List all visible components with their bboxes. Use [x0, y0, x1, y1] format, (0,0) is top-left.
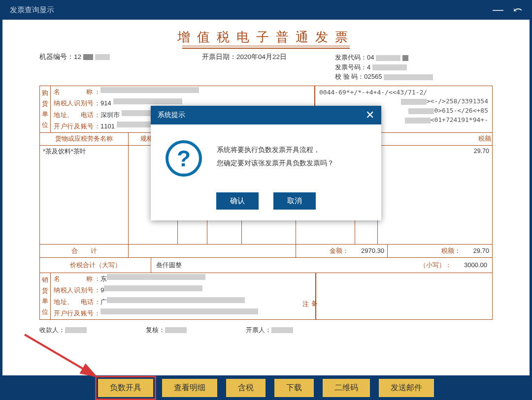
date-label: 开票日期： [202, 53, 236, 61]
buyer-bank-value: 1101 [100, 122, 115, 131]
code-value: 04 [367, 54, 374, 61]
sum-tax-label: 税额： [441, 247, 461, 254]
buyer-taxid-label: 纳税人识别号： [54, 98, 100, 108]
sum-amount-value: 2970.30 [361, 247, 384, 254]
sum-tax-value: 29.70 [473, 247, 489, 254]
bottom-bar: 负数开具 查看明细 含税 下载 二维码 发送邮件 [0, 375, 532, 400]
negative-button[interactable]: 负数开具 [98, 379, 153, 397]
email-button[interactable]: 发送邮件 [379, 379, 434, 397]
seller-label: 销货单位 [40, 273, 51, 319]
machine-label: 机器编号： [39, 53, 74, 61]
tax-button[interactable]: 含税 [226, 379, 266, 397]
cancel-button[interactable]: 取消 [273, 192, 316, 210]
seller-taxid-label: 纳税人识别号： [54, 285, 100, 295]
small-label: （小写）： [420, 261, 452, 269]
minimize-icon[interactable]: — [493, 3, 503, 16]
close-icon[interactable]: ✕ [366, 110, 374, 121]
code-label: 发票代码： [335, 54, 367, 61]
system-prompt-modal: 系统提示 ✕ ? 系统将要执行负数发票开具流程， 您确定要对该张发票开具负数发票… [151, 106, 381, 220]
sum-row: 合 计 金额： 2970.30 税额： 29.70 [40, 244, 492, 257]
payee-label: 收款人： [39, 326, 65, 334]
check-label: 校 验 码： [335, 73, 364, 80]
title-bar: 发票查询显示 — ⤺ [0, 0, 532, 20]
download-button[interactable]: 下载 [274, 379, 314, 397]
modal-title: 系统提示 [158, 111, 185, 120]
buyer-addr-value: 深圳市 [100, 110, 120, 120]
sum-label: 合 计 [40, 245, 129, 257]
check-value: 02565 [364, 73, 382, 80]
top-meta: 机器编号：12 开票日期：2020年04月22日 发票代码：04 发票号码：4 … [39, 53, 493, 82]
sum-amount-label: 金额： [330, 247, 349, 254]
detail-button[interactable]: 查看明细 [162, 379, 217, 397]
col-name: 货物或应税劳务名称 [40, 133, 129, 145]
cipher-line4: <01+724191*94+- [431, 116, 488, 123]
back-icon[interactable]: ⤺ [513, 3, 522, 16]
modal-message: 系统将要执行负数发票开具流程， 您确定要对该张发票开具负数发票吗？ [217, 140, 334, 169]
invoice-title: 增值税电子普通发票 [39, 29, 493, 46]
cipher-line2: ><-/>258/3391354 [427, 97, 488, 105]
cn-total: 叁仟圆整 [156, 261, 182, 270]
small-value: 3000.00 [464, 261, 487, 269]
reviewer-label: 复核： [146, 326, 165, 334]
item1-tax: 29.70 [378, 146, 492, 244]
buyer-addr-label: 地址、 电话： [54, 110, 100, 120]
seller-bank-label: 开户行及账号： [54, 308, 100, 318]
drawer-label: 开票人： [246, 326, 271, 334]
cipher-line1: 0044-69*+/*-+4+4-/<<43/71-2/ [319, 88, 488, 97]
confirm-button[interactable]: 确认 [216, 192, 259, 210]
remark-label: 备注 [305, 273, 316, 319]
pricetax-label: 价税合计（大写） [40, 258, 151, 273]
machine-value: 12 [74, 53, 81, 61]
buyer-taxid-value: 914 [100, 98, 111, 108]
buyer-name-label: 名 称： [54, 87, 100, 97]
date-value: 2020年04月22日 [236, 53, 287, 61]
window-title: 发票查询显示 [10, 5, 54, 15]
qrcode-button[interactable]: 二维码 [323, 379, 370, 397]
buyer-label: 购货单位 [40, 86, 51, 132]
question-icon: ? [166, 140, 202, 177]
buyer-bank-label: 开户行及账号： [54, 122, 100, 131]
item1-name: *茶及饮料*茶叶 [40, 146, 129, 244]
seller-name-label: 名 称： [54, 274, 100, 284]
col-tax: 税额 [378, 133, 492, 145]
title-underline [182, 46, 350, 49]
number-label: 发票号码： [335, 63, 367, 71]
number-value: 4 [367, 63, 370, 71]
footer-meta: 收款人： 复核： 开票人： [39, 326, 493, 335]
cipher-line3: 0>615-</26<+85 [434, 107, 488, 114]
seller-addr-label: 地址、 电话： [54, 297, 100, 307]
